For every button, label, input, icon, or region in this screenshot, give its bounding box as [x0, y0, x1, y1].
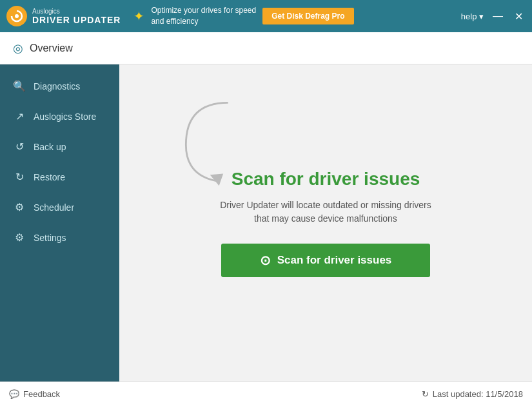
- content-description: Driver Updater will locate outdated or m…: [220, 198, 431, 226]
- sidebar-item-back-up[interactable]: ↺ Back up: [0, 131, 119, 162]
- promo-icon: ✦: [133, 8, 144, 24]
- app-logo: Auslogics DRIVER UPDATER: [6, 6, 121, 26]
- app-name: Auslogics DRIVER UPDATER: [32, 8, 121, 25]
- scheduler-icon: ⚙: [13, 201, 26, 213]
- get-disk-defrag-button[interactable]: Get Disk Defrag Pro: [262, 8, 353, 24]
- feedback-button[interactable]: 💬 Feedback: [9, 389, 60, 399]
- footer: 💬 Feedback ↻ Last updated: 11/5/2018: [0, 382, 532, 406]
- title-bar: Auslogics DRIVER UPDATER ✦ Optimize your…: [0, 0, 532, 32]
- scan-button[interactable]: ⊙ Scan for driver issues: [221, 244, 431, 277]
- sidebar-item-diagnostics[interactable]: 🔍 Diagnostics: [0, 71, 119, 101]
- overview-icon: ◎: [13, 41, 23, 55]
- window-controls: help ▾ — ✕: [461, 10, 526, 23]
- diagnostics-icon: 🔍: [13, 80, 26, 92]
- main-layout: 🔍 Diagnostics ↗ Auslogics Store ↺ Back u…: [0, 64, 532, 382]
- logo-icon: [6, 6, 27, 26]
- close-button[interactable]: ✕: [512, 10, 526, 23]
- sidebar: 🔍 Diagnostics ↗ Auslogics Store ↺ Back u…: [0, 64, 119, 382]
- sidebar-item-auslogics-store[interactable]: ↗ Auslogics Store: [0, 101, 119, 131]
- sidebar-item-scheduler[interactable]: ⚙ Scheduler: [0, 192, 119, 222]
- svg-point-1: [15, 14, 19, 18]
- restore-icon: ↻: [13, 171, 26, 183]
- refresh-icon: ↻: [422, 389, 429, 399]
- backup-icon: ↺: [13, 140, 26, 153]
- minimize-button[interactable]: —: [490, 10, 506, 22]
- settings-icon: ⚙: [13, 231, 26, 244]
- content-heading: Scan for driver issues: [232, 169, 420, 189]
- store-icon: ↗: [13, 110, 26, 122]
- promo-section: ✦ Optimize your drives for speedand effi…: [133, 5, 460, 27]
- content-area: Scan for driver issues Driver Updater wi…: [119, 64, 532, 382]
- feedback-icon: 💬: [9, 389, 19, 399]
- scan-icon: ⊙: [260, 253, 271, 268]
- sidebar-item-restore[interactable]: ↻ Restore: [0, 162, 119, 192]
- help-button[interactable]: help ▾: [461, 12, 484, 21]
- decorative-arrow: [177, 97, 255, 187]
- overview-bar[interactable]: ◎ Overview: [0, 32, 532, 64]
- promo-text: Optimize your drives for speedand effici…: [151, 5, 256, 27]
- sidebar-item-settings[interactable]: ⚙ Settings: [0, 222, 119, 253]
- last-updated: ↻ Last updated: 11/5/2018: [422, 389, 523, 399]
- overview-label: Overview: [30, 43, 73, 54]
